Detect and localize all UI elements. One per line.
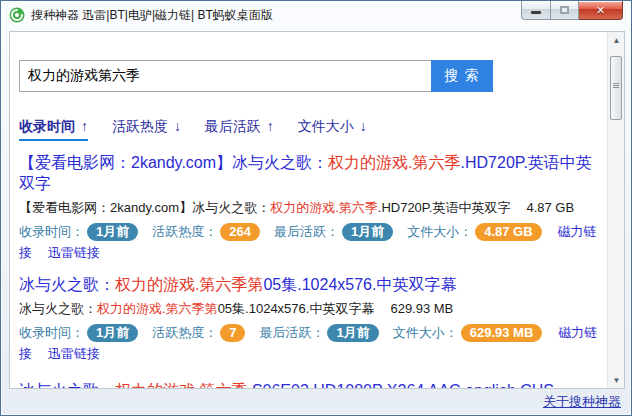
result-title-link[interactable]: 冰与火之歌：权力的游戏.第六季 S06E03 HD1080P X264 AAC … (19, 380, 598, 389)
search-button[interactable]: 搜 索 (431, 60, 493, 92)
sort-tab-last-active[interactable]: 最后活跃↑ (205, 118, 274, 139)
close-icon: ✕ (596, 4, 605, 17)
maximize-button[interactable] (551, 1, 579, 20)
time-badge: 1月前 (87, 223, 138, 241)
titlebar: 搜种神器 迅雷|BT|电驴|磁力链| BT蚂蚁桌面版 ✕ (1, 1, 631, 29)
last-active-label: 最后活跃： (274, 224, 339, 239)
size-label: 文件大小： (407, 224, 472, 239)
heat-badge: 7 (220, 324, 245, 342)
result-item: 冰与火之歌：权力的游戏.第六季第05集.1024x576.中英双字幕 冰与火之歌… (19, 274, 598, 364)
keyword-highlight: 权力的游戏.第六季 (328, 154, 460, 171)
sort-bar: 收录时间↑ 活跃热度↓ 最后活跃↑ 文件大小↓ (19, 118, 624, 141)
result-title-link[interactable]: 【爱看电影网：2kandy.com】冰与火之歌：权力的游戏.第六季.HD720P… (19, 152, 598, 194)
app-logo-icon (9, 7, 25, 23)
keyword-highlight: 权力的游戏.第六季第 (115, 276, 263, 293)
about-link[interactable]: 关于搜种神器 (543, 393, 621, 411)
app-window: { "window": { "title": "搜种神器 迅雷|BT|电驴|磁力… (0, 0, 632, 416)
sort-tab-file-size[interactable]: 文件大小↓ (298, 118, 367, 139)
scrollbar-thumb[interactable] (610, 56, 622, 120)
scrollbar-grip (613, 83, 619, 89)
sort-down-icon: ↓ (360, 118, 367, 134)
search-input[interactable] (19, 60, 431, 92)
thunder-link[interactable]: 迅雷链接 (48, 346, 100, 361)
window-controls: ✕ (521, 1, 623, 20)
heat-label: 活跃热度： (152, 224, 217, 239)
last-active-badge: 1月前 (342, 223, 393, 241)
search-bar: 搜 索 (19, 60, 624, 92)
time-label: 收录时间： (19, 325, 84, 340)
result-meta: 收录时间：1月前活跃热度：7最后活跃：1月前文件大小：629.93 MB磁力链接… (19, 322, 598, 364)
keyword-highlight: 权力的游戏.第六季第 (97, 301, 218, 316)
sort-up-icon: ↑ (81, 118, 88, 134)
content-panel: 搜 索 收录时间↑ 活跃热度↓ 最后活跃↑ 文件大小↓ 【爱看电影网：2kand… (9, 31, 625, 389)
scrollbar[interactable]: ▲ ▼ (607, 32, 624, 388)
result-filename: 冰与火之歌：权力的游戏.第六季第05集.1024x576.中英双字幕629.93… (19, 301, 598, 318)
sort-tab-time[interactable]: 收录时间↑ (19, 118, 88, 141)
result-filename: 【爱看电影网：2kandy.com】冰与火之歌：权力的游戏.第六季.HD720P… (19, 200, 598, 217)
maximize-icon (560, 6, 569, 14)
result-meta: 收录时间：1月前活跃热度：264最后活跃：1月前文件大小：4.87 GB磁力链接… (19, 221, 598, 263)
sort-up-icon: ↑ (267, 118, 274, 134)
window-title: 搜种神器 迅雷|BT|电驴|磁力链| BT蚂蚁桌面版 (31, 7, 273, 24)
heat-label: 活跃热度： (152, 325, 217, 340)
heat-badge: 264 (220, 223, 260, 241)
size-label: 文件大小： (393, 325, 458, 340)
size-badge: 629.93 MB (461, 324, 543, 342)
keyword-highlight: 权力的游戏.第六季 (115, 382, 247, 389)
result-item: 【爱看电影网：2kandy.com】冰与火之歌：权力的游戏.第六季.HD720P… (19, 152, 598, 263)
close-button[interactable]: ✕ (579, 1, 623, 20)
minimize-icon (531, 11, 541, 14)
minimize-button[interactable] (521, 1, 551, 20)
file-size-text: 4.87 GB (526, 200, 574, 215)
sort-down-icon: ↓ (174, 118, 181, 134)
result-item: 冰与火之歌：权力的游戏.第六季 S06E03 HD1080P X264 AAC … (19, 380, 598, 389)
time-badge: 1月前 (87, 324, 138, 342)
size-badge: 4.87 GB (475, 223, 541, 241)
file-size-text: 629.93 MB (390, 301, 453, 316)
result-title-link[interactable]: 冰与火之歌：权力的游戏.第六季第05集.1024x576.中英双字幕 (19, 274, 598, 295)
last-active-label: 最后活跃： (259, 325, 324, 340)
last-active-badge: 1月前 (327, 324, 378, 342)
time-label: 收录时间： (19, 224, 84, 239)
results-list: 【爱看电影网：2kandy.com】冰与火之歌：权力的游戏.第六季.HD720P… (19, 152, 598, 389)
thunder-link[interactable]: 迅雷链接 (48, 245, 100, 260)
scroll-down-icon[interactable]: ▼ (608, 372, 625, 388)
scroll-up-icon[interactable]: ▲ (608, 32, 625, 48)
keyword-highlight: 权力的游戏.第六季 (270, 200, 378, 215)
sort-tab-heat[interactable]: 活跃热度↓ (112, 118, 181, 139)
